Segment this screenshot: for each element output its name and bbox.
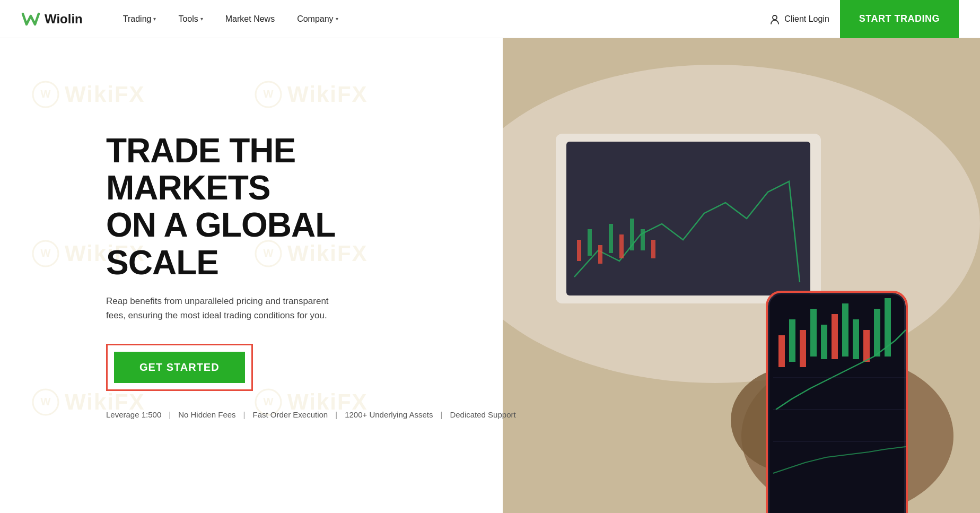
- svg-rect-29: [641, 229, 645, 250]
- nav-market-news[interactable]: Market News: [217, 10, 283, 28]
- hero-subtitle: Reap benefits from unparalleled pricing …: [106, 294, 339, 323]
- svg-rect-22: [566, 142, 810, 295]
- nav-links: Trading ▾ Tools ▾ Market News Company ▾: [115, 10, 770, 28]
- svg-rect-40: [821, 325, 827, 359]
- start-trading-button[interactable]: START TRADING: [840, 0, 959, 38]
- feature-divider-3: |: [335, 410, 337, 419]
- svg-rect-42: [842, 303, 848, 357]
- cta-wrapper: GET STARTED: [106, 344, 253, 391]
- svg-rect-44: [863, 330, 870, 362]
- svg-rect-27: [619, 234, 624, 258]
- svg-point-3: [256, 82, 281, 107]
- wikifx-icon: W: [255, 81, 282, 108]
- svg-rect-45: [874, 309, 880, 357]
- feature-dedicated-support: Dedicated Support: [450, 410, 515, 419]
- hero-title: TRADE THE MARKETS ON A GLOBAL SCALE: [106, 132, 424, 282]
- svg-rect-38: [800, 330, 806, 367]
- svg-rect-43: [853, 319, 859, 359]
- svg-rect-37: [789, 319, 795, 362]
- svg-point-0: [773, 15, 777, 20]
- svg-rect-30: [651, 240, 655, 258]
- svg-rect-41: [832, 314, 838, 359]
- chevron-down-icon: ▾: [153, 16, 156, 22]
- hero-background-image: [503, 38, 980, 513]
- svg-rect-23: [577, 240, 581, 261]
- watermark-2: W WikiFX: [255, 81, 368, 108]
- hero-scene-svg: [503, 38, 980, 513]
- svg-rect-26: [609, 224, 613, 253]
- chevron-down-icon: ▾: [336, 16, 338, 22]
- svg-text:W: W: [41, 88, 51, 100]
- person-icon: [769, 14, 780, 24]
- svg-rect-36: [778, 335, 785, 367]
- svg-rect-39: [810, 309, 817, 357]
- features-bar: Leverage 1:500 | No Hidden Fees | Fast O…: [106, 410, 424, 419]
- logo[interactable]: Wiolin: [21, 10, 83, 29]
- svg-text:W: W: [264, 88, 274, 100]
- hero-section: W WikiFX W WikiFX W WikiFX W WikiFX: [0, 38, 980, 513]
- watermark-1: W WikiFX: [32, 81, 145, 108]
- watermark-text: WikiFX: [287, 82, 368, 107]
- watermark-text: WikiFX: [65, 82, 145, 107]
- svg-rect-28: [630, 219, 634, 250]
- feature-fast-execution: Fast Order Execution: [252, 410, 328, 419]
- svg-rect-25: [598, 245, 602, 264]
- hero-content: TRADE THE MARKETS ON A GLOBAL SCALE Reap…: [0, 132, 424, 420]
- chevron-down-icon: ▾: [200, 16, 203, 22]
- feature-leverage: Leverage 1:500: [106, 410, 161, 419]
- navbar: Wiolin Trading ▾ Tools ▾ Market News Com…: [0, 0, 980, 38]
- feature-divider-1: |: [169, 410, 171, 419]
- nav-trading[interactable]: Trading ▾: [115, 10, 165, 28]
- feature-no-fees: No Hidden Fees: [178, 410, 235, 419]
- feature-divider-2: |: [243, 410, 246, 419]
- svg-point-1: [33, 82, 58, 107]
- nav-tools[interactable]: Tools ▾: [170, 10, 211, 28]
- hero-image: [503, 38, 980, 513]
- client-login-button[interactable]: Client Login: [769, 14, 829, 24]
- get-started-button[interactable]: GET STARTED: [114, 352, 245, 383]
- nav-right: Client Login START TRADING: [769, 0, 959, 38]
- svg-rect-24: [588, 229, 592, 256]
- wiolin-logo-icon: [21, 10, 40, 29]
- nav-company[interactable]: Company ▾: [288, 10, 346, 28]
- wikifx-icon: W: [32, 81, 59, 108]
- client-login-label: Client Login: [784, 14, 829, 24]
- feature-divider-4: |: [440, 410, 442, 419]
- feature-underlying-assets: 1200+ Underlying Assets: [345, 410, 433, 419]
- logo-text: Wiolin: [45, 12, 83, 27]
